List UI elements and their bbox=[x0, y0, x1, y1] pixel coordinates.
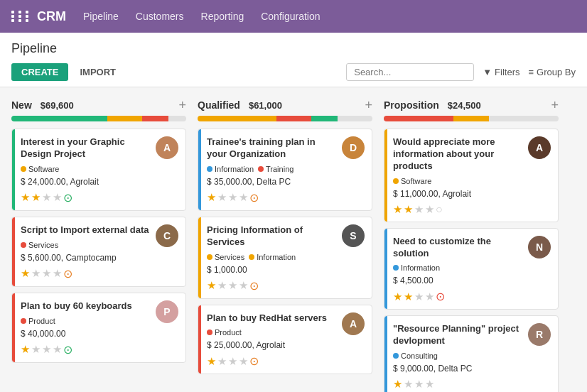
star-4[interactable]: ★ bbox=[425, 378, 434, 391]
star-1[interactable]: ★ bbox=[393, 290, 402, 303]
subheader: Pipeline CREATE IMPORT ▼ Filters ≡ Group… bbox=[0, 33, 587, 87]
card-stars[interactable]: ★★★★⊙ bbox=[207, 191, 259, 205]
star-3[interactable]: ★ bbox=[414, 203, 424, 216]
nav-pipeline[interactable]: Pipeline bbox=[83, 11, 119, 22]
import-button[interactable]: IMPORT bbox=[74, 63, 122, 81]
deadline-icon[interactable]: ⊙ bbox=[249, 279, 259, 293]
star-3[interactable]: ★ bbox=[42, 343, 51, 356]
column-header: Qualified $61,000 + bbox=[198, 99, 372, 111]
tag: Software bbox=[393, 177, 431, 185]
star-3[interactable]: ★ bbox=[414, 378, 424, 391]
star-3[interactable]: ★ bbox=[228, 191, 237, 204]
star-3[interactable]: ★ bbox=[414, 290, 424, 303]
card-footer: ★★★★⊙ bbox=[21, 191, 177, 205]
kanban-card[interactable]: AInterest in your Graphic Design Project… bbox=[11, 129, 186, 211]
card-tags: Information bbox=[393, 263, 549, 272]
nav-reporting[interactable]: Reporting bbox=[201, 11, 244, 22]
star-2[interactable]: ★ bbox=[217, 279, 227, 292]
star-3[interactable]: ★ bbox=[228, 279, 237, 292]
star-2[interactable]: ★ bbox=[31, 267, 41, 280]
card-stars[interactable]: ★★★★⊙ bbox=[21, 267, 72, 281]
brand-logo[interactable]: CRM bbox=[37, 9, 66, 24]
kanban-column-proposition: Proposition $24,500 + AWould appreciate … bbox=[384, 99, 559, 392]
star-1[interactable]: ★ bbox=[21, 191, 30, 204]
star-1[interactable]: ★ bbox=[207, 355, 216, 368]
card-title: Need to customize the solution bbox=[393, 236, 549, 260]
star-2[interactable]: ★ bbox=[404, 378, 413, 391]
star-4[interactable]: ★ bbox=[239, 355, 248, 368]
tag: Services bbox=[21, 241, 58, 249]
deadline-icon[interactable]: ⊙ bbox=[436, 290, 445, 303]
kanban-card[interactable]: SPricing Information of ServicesServices… bbox=[198, 217, 372, 299]
star-1[interactable]: ★ bbox=[393, 203, 402, 216]
star-3[interactable]: ★ bbox=[42, 267, 51, 280]
card-footer: ★★★★⊙ bbox=[207, 279, 363, 293]
card-tags: Services bbox=[21, 241, 177, 249]
card-footer: ★★★★⊙ bbox=[21, 267, 177, 281]
column-add-button[interactable]: + bbox=[178, 99, 186, 111]
kanban-card[interactable]: R"Resource Planning" project devlopmentC… bbox=[384, 315, 559, 392]
card-stars[interactable]: ★★★★⊙ bbox=[207, 354, 259, 368]
avatar: P bbox=[156, 300, 178, 323]
kanban-card[interactable]: CScript to Import external dataServices$… bbox=[11, 217, 186, 287]
star-2[interactable]: ★ bbox=[217, 355, 227, 368]
kanban-card[interactable]: PPlan to buy 60 keyboardsProduct$ 40,000… bbox=[11, 293, 186, 363]
column-title-group: New $69,600 bbox=[11, 99, 74, 111]
deadline-icon[interactable]: ⊙ bbox=[249, 191, 259, 205]
star-4[interactable]: ★ bbox=[425, 203, 434, 216]
card-amount: $ 40,000.00 bbox=[21, 329, 177, 339]
card-title: Trainee's training plan in your Organiza… bbox=[207, 136, 363, 160]
card-stars[interactable]: ★★★★⊙ bbox=[21, 191, 72, 205]
card-footer: ★★★★⊙ bbox=[207, 354, 363, 368]
star-1[interactable]: ★ bbox=[21, 267, 30, 280]
column-add-button[interactable]: + bbox=[365, 99, 372, 111]
star-1[interactable]: ★ bbox=[207, 279, 216, 292]
kanban-card[interactable]: AWould appreciate more information about… bbox=[384, 129, 559, 222]
star-2[interactable]: ★ bbox=[31, 343, 41, 356]
star-3[interactable]: ★ bbox=[42, 191, 51, 204]
star-1[interactable]: ★ bbox=[21, 343, 30, 356]
kanban-card[interactable]: APlan to buy RedHat serversProduct$ 25,0… bbox=[198, 305, 372, 375]
kanban-card[interactable]: NNeed to customize the solutionInformati… bbox=[384, 228, 559, 310]
star-2[interactable]: ★ bbox=[404, 203, 413, 216]
nav-customers[interactable]: Customers bbox=[136, 11, 184, 22]
card-stars[interactable]: ★★★★⊙ bbox=[207, 279, 259, 293]
column-add-button[interactable]: + bbox=[551, 99, 559, 111]
card-title: "Resource Planning" project devlopment bbox=[393, 323, 549, 347]
star-4[interactable]: ★ bbox=[53, 343, 62, 356]
deadline-icon[interactable]: ⊙ bbox=[63, 267, 72, 281]
deadline-icon[interactable]: ⊙ bbox=[63, 191, 72, 205]
kanban-card[interactable]: DTrainee's training plan in your Organiz… bbox=[198, 129, 372, 211]
card-tags: Product bbox=[21, 317, 177, 325]
star-2[interactable]: ★ bbox=[217, 191, 227, 204]
star-4[interactable]: ★ bbox=[53, 191, 62, 204]
star-2[interactable]: ★ bbox=[404, 290, 413, 303]
star-4[interactable]: ★ bbox=[53, 267, 62, 280]
create-button[interactable]: CREATE bbox=[11, 63, 68, 81]
deadline-icon[interactable]: ⊙ bbox=[249, 354, 259, 368]
star-1[interactable]: ★ bbox=[207, 191, 216, 204]
filter-icon: ▼ bbox=[483, 67, 492, 77]
app-grid-icon[interactable] bbox=[11, 11, 31, 22]
deadline-icon[interactable]: ○ bbox=[436, 203, 443, 216]
nav-configuration[interactable]: Configuration bbox=[261, 11, 320, 22]
star-4[interactable]: ★ bbox=[425, 290, 434, 303]
search-input[interactable] bbox=[346, 63, 474, 81]
card-stars[interactable]: ★★★★⊙ bbox=[393, 290, 445, 303]
star-1[interactable]: ★ bbox=[393, 378, 402, 391]
tag: Software bbox=[21, 165, 59, 173]
groupby-button[interactable]: ≡ Group By bbox=[528, 67, 576, 77]
card-stars[interactable]: ★★★★○ bbox=[393, 203, 443, 216]
card-amount: $ 4,500.00 bbox=[393, 276, 549, 285]
star-3[interactable]: ★ bbox=[228, 355, 237, 368]
star-4[interactable]: ★ bbox=[239, 191, 248, 204]
deadline-icon[interactable]: ⊙ bbox=[63, 343, 72, 356]
progress-bar bbox=[198, 116, 372, 121]
filters-button[interactable]: ▼ Filters bbox=[483, 67, 519, 77]
star-2[interactable]: ★ bbox=[31, 191, 41, 204]
card-stars[interactable]: ★★★★ bbox=[393, 378, 434, 391]
card-tags: Consulting bbox=[393, 352, 549, 360]
column-title: Qualified bbox=[198, 99, 240, 111]
card-stars[interactable]: ★★★★⊙ bbox=[21, 343, 72, 356]
star-4[interactable]: ★ bbox=[239, 279, 248, 292]
